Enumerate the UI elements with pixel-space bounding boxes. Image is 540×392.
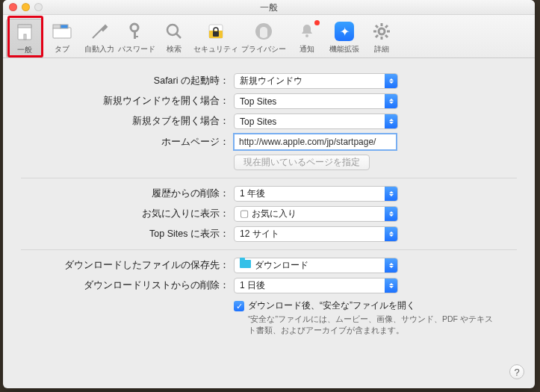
download-location-value: ダウンロード: [255, 260, 308, 270]
download-clear-select[interactable]: 1 日後: [234, 278, 398, 293]
open-safe-files-note: “安全な”ファイルには、ムービー、画像、サウンド、PDF やテキスト書類、および…: [248, 314, 494, 336]
preferences-window: 一般 一般 タブ 自動入力 パスワード: [3, 0, 535, 388]
tab-label: 一般: [7, 45, 43, 55]
launch-label: Safari の起動時: [21, 75, 234, 87]
autofill-icon: [81, 19, 118, 44]
tab-advanced[interactable]: 詳細: [363, 19, 400, 57]
book-icon: ▢: [240, 208, 249, 219]
topsites-select[interactable]: 12 サイト: [234, 226, 398, 242]
notification-badge: [314, 20, 320, 25]
svg-point-14: [305, 34, 308, 37]
svg-rect-3: [53, 28, 71, 38]
remove-history-select[interactable]: 1 年後: [234, 186, 398, 202]
general-pane: Safari の起動時 新規ウインドウ 新規ウインドウを開く場合 Top Sit…: [3, 58, 535, 342]
titlebar: 一般: [3, 0, 535, 15]
svg-point-9: [167, 25, 178, 35]
stepper-caps-icon: [385, 227, 397, 241]
svg-rect-8: [134, 36, 138, 37]
stepper-caps-icon: [385, 94, 397, 108]
favorites-select[interactable]: ▢お気に入り: [234, 206, 398, 222]
help-button[interactable]: ?: [509, 364, 524, 379]
tab-label: プライバシー: [239, 44, 288, 55]
favorites-value: お気に入り: [252, 208, 297, 219]
tab-privacy[interactable]: プライバシー: [239, 19, 288, 57]
homepage-label: ホームページ: [21, 136, 234, 149]
tab-notifications[interactable]: 通知: [288, 19, 326, 57]
svg-rect-12: [213, 31, 219, 37]
new-tab-value: Top Sites: [240, 116, 276, 127]
key-icon: [118, 19, 155, 44]
svg-rect-1: [18, 25, 31, 28]
tab-label: 自動入力: [81, 44, 118, 55]
favorites-label: お気に入りに表示: [21, 208, 234, 220]
stepper-caps-icon: [385, 187, 397, 201]
window-title: 一般: [260, 2, 278, 13]
download-clear-label: ダウンロードリストからの削除: [21, 279, 234, 292]
topsites-value: 12 サイト: [240, 228, 279, 240]
minimize-window-button[interactable]: [22, 3, 30, 11]
tabs-icon: [43, 19, 81, 44]
svg-rect-7: [134, 31, 136, 39]
search-icon: [155, 19, 193, 44]
new-tab-select[interactable]: Top Sites: [234, 113, 398, 129]
stepper-caps-icon: [385, 279, 397, 293]
open-safe-files-label: ダウンロード後、“安全な”ファイルを開く: [248, 299, 415, 312]
stepper-caps-icon: [385, 207, 397, 221]
launch-select[interactable]: 新規ウインドウ: [234, 73, 398, 89]
tab-label: タブ: [43, 44, 81, 55]
remove-history-label: 履歴からの削除: [21, 187, 234, 200]
lock-icon: [193, 19, 239, 44]
general-icon: [7, 19, 43, 45]
tab-label: 通知: [288, 44, 326, 55]
tab-autofill[interactable]: 自動入力: [81, 19, 118, 57]
close-window-button[interactable]: [9, 3, 17, 11]
tab-tabs[interactable]: タブ: [43, 19, 81, 57]
zoom-window-button[interactable]: [34, 3, 43, 11]
tab-label: セキュリティ: [193, 44, 239, 55]
tab-passwords[interactable]: パスワード: [118, 19, 155, 57]
tab-label: 検索: [155, 44, 193, 55]
tab-label: 機能拡張: [326, 44, 363, 55]
launch-value: 新規ウインドウ: [240, 75, 302, 87]
open-safe-files-checkbox[interactable]: ✓: [234, 301, 244, 311]
download-location-select[interactable]: ダウンロード: [234, 258, 398, 273]
folder-icon: [240, 260, 251, 268]
gear-icon: [363, 19, 400, 44]
svg-rect-2: [24, 34, 26, 40]
tab-label: 詳細: [363, 44, 400, 55]
set-current-page-button[interactable]: 現在開いているページを指定: [234, 155, 370, 170]
new-window-select[interactable]: Top Sites: [234, 93, 398, 109]
stepper-caps-icon: [385, 258, 397, 273]
topsites-label: Top Sites に表示: [21, 228, 234, 240]
svg-point-6: [131, 24, 138, 31]
stepper-caps-icon: [385, 114, 397, 128]
traffic-lights: [9, 3, 43, 11]
download-clear-value: 1 日後: [240, 279, 265, 292]
remove-history-value: 1 年後: [240, 187, 265, 200]
separator: [21, 178, 517, 178]
extensions-icon: ✦: [326, 19, 363, 44]
privacy-icon: [239, 19, 288, 44]
tab-security[interactable]: セキュリティ: [193, 19, 239, 57]
svg-rect-5: [60, 25, 68, 28]
tab-general[interactable]: 一般: [6, 19, 43, 58]
bell-icon: [288, 19, 326, 44]
new-tab-label: 新規タブを開く場合: [21, 115, 234, 128]
tab-search[interactable]: 検索: [155, 19, 193, 57]
stepper-caps-icon: [385, 74, 397, 88]
svg-rect-4: [53, 25, 60, 28]
new-window-label: 新規ウインドウを開く場合: [21, 95, 234, 108]
separator: [21, 249, 517, 250]
svg-point-15: [379, 28, 385, 34]
new-window-value: Top Sites: [240, 96, 276, 107]
tab-extensions[interactable]: ✦ 機能拡張: [326, 19, 363, 57]
download-location-label: ダウンロードしたファイルの保存先: [21, 259, 234, 272]
preferences-toolbar: 一般 タブ 自動入力 パスワード 検索: [3, 15, 535, 58]
homepage-input[interactable]: [234, 134, 397, 150]
tab-label: パスワード: [118, 44, 155, 55]
